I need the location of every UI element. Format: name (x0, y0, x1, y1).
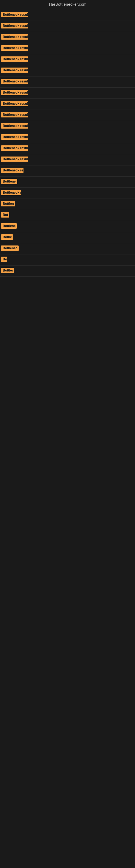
bottleneck-list: Bottleneck resultBottleneck resultBottle… (0, 10, 135, 277)
bottleneck-badge[interactable]: Bottlen (1, 201, 15, 207)
bottleneck-badge[interactable]: Bot (1, 212, 9, 218)
list-item: Bottleneck result (0, 32, 135, 43)
list-item: Bottleneck result (0, 21, 135, 32)
list-item: Bottleneck result (0, 54, 135, 65)
bottleneck-badge[interactable]: Bottle (1, 235, 13, 240)
bottleneck-badge[interactable]: Bottleneck result (1, 145, 28, 151)
site-header: TheBottlenecker.com (0, 0, 135, 10)
bottleneck-badge[interactable]: Bottleneck result (1, 45, 28, 51)
bottleneck-badge[interactable]: Bottleneck re (1, 167, 24, 173)
list-item: Bottleneck result (0, 43, 135, 54)
bottleneck-badge[interactable]: Bottler (1, 268, 14, 273)
list-item: Bottlene (0, 177, 135, 188)
list-item: Bottleneck re (0, 165, 135, 177)
list-item: Bottleneck result (0, 76, 135, 88)
bottleneck-badge[interactable]: Bottleneck result (1, 34, 28, 40)
list-item: Bottleneck result (0, 132, 135, 143)
bottleneck-badge[interactable]: Bottlene (1, 179, 17, 184)
list-item: Bottlenec (0, 243, 135, 254)
list-item: Bottleneck result (0, 143, 135, 154)
bottleneck-badge[interactable]: Bottleneck result (1, 156, 28, 162)
bottleneck-badge[interactable]: Bottleneck result (1, 56, 28, 62)
list-item: Bottleneck result (0, 65, 135, 76)
list-item: Bottleneck result (0, 88, 135, 99)
bottleneck-badge[interactable]: Bottleneck result (1, 12, 28, 18)
bottleneck-badge[interactable]: Bottleneck r (1, 190, 21, 195)
list-item: Bottlene (0, 221, 135, 232)
bottleneck-badge[interactable]: Bottleneck result (1, 134, 28, 140)
bottleneck-badge[interactable]: Bottleneck result (1, 90, 28, 95)
site-title: TheBottlenecker.com (48, 2, 86, 6)
list-item: Bottler (0, 266, 135, 277)
bottleneck-badge[interactable]: Bottleneck result (1, 101, 28, 106)
list-item: Bottleneck r (0, 188, 135, 199)
bottleneck-badge[interactable]: Bottleneck result (1, 112, 28, 118)
list-item: Bottleneck result (0, 99, 135, 110)
bottleneck-badge[interactable]: Bottleneck result (1, 79, 28, 84)
bottleneck-badge[interactable]: Bottleneck result (1, 23, 28, 29)
list-item: Bot (0, 210, 135, 221)
list-item: Bottleneck result (0, 110, 135, 121)
bottleneck-badge[interactable]: Bottleneck result (1, 67, 28, 73)
list-item: Bottle (0, 232, 135, 243)
bottleneck-badge[interactable]: Bottlene (1, 223, 17, 229)
list-item: Bo (0, 254, 135, 266)
list-item: Bottleneck result (0, 154, 135, 165)
bottleneck-badge[interactable]: Bottlenec (1, 246, 18, 251)
bottleneck-badge[interactable]: Bo (1, 257, 7, 262)
list-item: Bottleneck result (0, 10, 135, 21)
bottleneck-badge[interactable]: Bottleneck result (1, 123, 28, 129)
list-item: Bottleneck result (0, 121, 135, 132)
list-item: Bottlen (0, 199, 135, 210)
